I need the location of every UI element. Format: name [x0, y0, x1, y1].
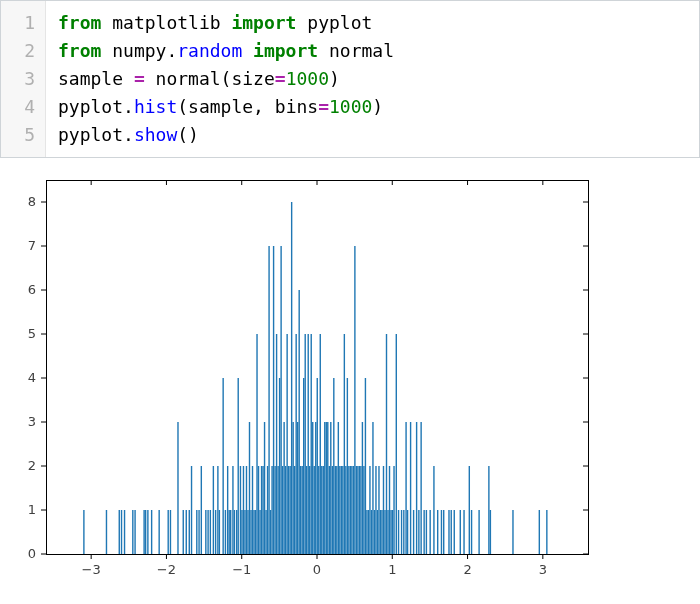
token-plain	[221, 12, 232, 33]
histogram-bar	[219, 510, 220, 554]
histogram-bar	[228, 510, 229, 554]
code-line[interactable]: from matplotlib import pyplot	[58, 9, 394, 37]
token-plain	[296, 12, 307, 33]
histogram-bar	[262, 466, 263, 554]
histogram-bar	[478, 510, 479, 554]
token-identifier: pyplot	[58, 96, 123, 117]
histogram-bar	[345, 466, 346, 554]
token-plain	[101, 40, 112, 61]
histogram-bar	[357, 466, 358, 554]
histogram-bar	[292, 422, 293, 554]
token-keyword: from	[58, 40, 101, 61]
histogram-bar	[294, 466, 295, 554]
token-func: hist	[134, 96, 177, 117]
histogram-bar	[354, 246, 355, 554]
token-punct: .	[166, 40, 177, 61]
code-block[interactable]: 12345 from matplotlib import pyplotfrom …	[0, 0, 700, 158]
histogram-bar	[207, 510, 208, 554]
histogram-bar	[205, 510, 206, 554]
token-number: 1000	[329, 96, 372, 117]
histogram-bar	[291, 202, 292, 554]
histogram-bar	[222, 378, 223, 554]
histogram-bar	[469, 466, 470, 554]
token-punct: )	[372, 96, 383, 117]
histogram-bar	[339, 466, 340, 554]
histogram-bar	[351, 466, 352, 554]
histogram-bar	[288, 466, 289, 554]
histogram-bar	[407, 510, 408, 554]
histogram-bar	[213, 466, 214, 554]
token-plain	[101, 12, 112, 33]
token-identifier: sample	[58, 68, 123, 89]
token-plain	[264, 96, 275, 117]
histogram-bar	[83, 510, 84, 554]
histogram-bar	[460, 510, 461, 554]
histogram-bar	[250, 510, 251, 554]
code-line[interactable]: pyplot.hist(sample, bins=1000)	[58, 93, 394, 121]
histogram-bar	[327, 422, 328, 554]
histogram-bar	[189, 510, 190, 554]
token-identifier: normal	[156, 68, 221, 89]
histogram-bar	[232, 466, 233, 554]
histogram-bar	[230, 510, 231, 554]
histogram-bar	[413, 510, 414, 554]
histogram-bar	[151, 510, 152, 554]
token-plain	[145, 68, 156, 89]
histogram-bar	[539, 510, 540, 554]
histogram-bar	[210, 510, 211, 554]
histogram-bar	[323, 466, 324, 554]
histogram-bar	[356, 466, 357, 554]
token-keyword: import	[253, 40, 318, 61]
code-line[interactable]: pyplot.show()	[58, 121, 394, 149]
histogram-bar	[454, 510, 455, 554]
histogram-bar	[326, 422, 327, 554]
y-tick-label: 1	[28, 502, 36, 517]
histogram-bar	[305, 334, 306, 554]
histogram-bar	[320, 334, 321, 554]
histogram-bar	[267, 466, 268, 554]
histogram-bar	[311, 334, 312, 554]
histogram-bar	[196, 510, 197, 554]
y-tick-label: 0	[28, 546, 36, 561]
histogram-bar	[410, 422, 411, 554]
histogram-bar	[238, 378, 239, 554]
histogram-bar	[448, 510, 449, 554]
histogram-bar	[279, 378, 280, 554]
histogram-bar	[132, 510, 133, 554]
histogram-bar	[512, 510, 513, 554]
histogram-bar	[280, 246, 281, 554]
histogram-bar	[145, 510, 146, 554]
histogram-bar	[274, 466, 275, 554]
line-number: 2	[13, 37, 35, 65]
histogram-bar	[191, 466, 192, 554]
histogram-bar	[463, 510, 464, 554]
y-tick-label: 7	[28, 238, 36, 253]
histogram-bar	[393, 466, 394, 554]
code-line[interactable]: from numpy.random import normal	[58, 37, 394, 65]
histogram-bar	[390, 510, 391, 554]
y-tick-label: 8	[28, 194, 36, 209]
histogram-bar	[368, 510, 369, 554]
histogram-bar	[147, 510, 148, 554]
code-line[interactable]: sample = normal(size=1000)	[58, 65, 394, 93]
histogram-bar	[119, 510, 120, 554]
histogram-bar	[308, 334, 309, 554]
histogram-bar	[106, 510, 107, 554]
token-plain	[318, 40, 329, 61]
histogram-bar	[423, 510, 424, 554]
histogram-bar	[265, 510, 266, 554]
token-func: show	[134, 124, 177, 145]
histogram-bar	[167, 510, 168, 554]
x-tick-label: 1	[388, 562, 396, 577]
histogram-bar	[270, 510, 271, 554]
histogram-bar	[317, 378, 318, 554]
code-area[interactable]: from matplotlib import pyplotfrom numpy.…	[46, 1, 406, 157]
histogram-bar	[258, 466, 259, 554]
histogram-bar	[227, 466, 228, 554]
token-number: 1000	[286, 68, 329, 89]
histogram-bar	[360, 466, 361, 554]
histogram-bar	[170, 510, 171, 554]
token-module: normal	[329, 40, 394, 61]
histogram-bar	[268, 246, 269, 554]
histogram-bar	[341, 466, 342, 554]
